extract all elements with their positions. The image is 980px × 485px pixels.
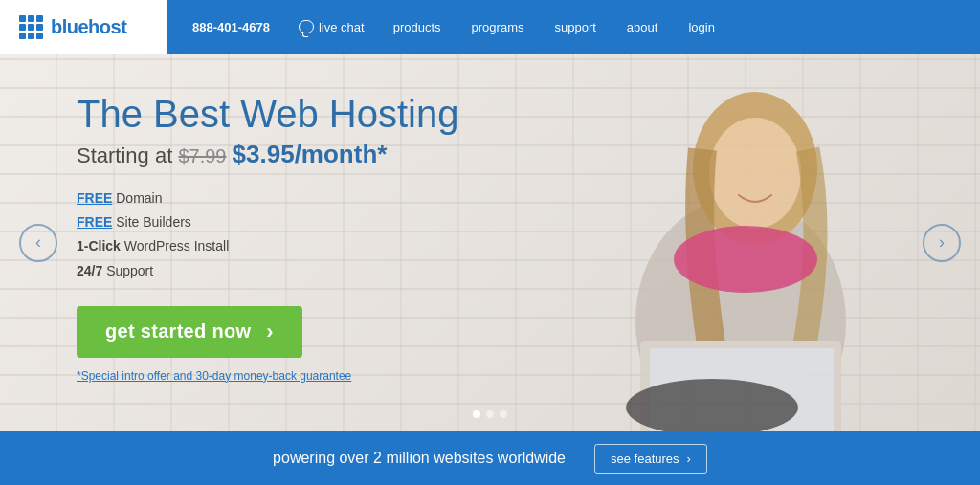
hero-image (473, 54, 942, 431)
see-features-label: see features (611, 452, 679, 466)
chat-bubble-icon (299, 20, 314, 33)
logo-grid-icon (19, 15, 43, 39)
cta-button[interactable]: get started now › (77, 306, 302, 358)
carousel-dot-2[interactable] (486, 410, 494, 418)
hero-content: The Best Web Hosting Starting at $7.99 $… (77, 92, 536, 383)
carousel-dots (473, 410, 507, 418)
footer-banner: powering over 2 million websites worldwi… (0, 431, 980, 485)
hero-subtitle: Starting at $7.99 $3.95/month* (77, 140, 536, 169)
carousel-next-button[interactable]: › (923, 224, 961, 262)
feature-247: 24/7 (77, 263, 102, 278)
price-old: $7.99 (178, 145, 226, 166)
price-new: $3.95/month* (233, 140, 388, 168)
footer-banner-text: powering over 2 million websites worldwi… (273, 450, 566, 467)
carousel-dot-3[interactable] (500, 410, 507, 418)
nav-livechat[interactable]: live chat (285, 20, 378, 34)
logo[interactable]: bluehost (0, 0, 167, 54)
navbar-nav: 888-401-4678 live chat products programs… (167, 0, 980, 54)
nav-phone[interactable]: 888-401-4678 (177, 20, 285, 34)
chevron-left-icon: ‹ (35, 232, 41, 253)
feature-domain: FREE Domain (77, 187, 536, 210)
feature-wordpress: 1-Click WordPress Install (77, 234, 536, 258)
nav-item-programs[interactable]: programs (457, 0, 540, 54)
cta-arrow-icon: › (266, 320, 274, 344)
hero-section: The Best Web Hosting Starting at $7.99 $… (0, 54, 980, 431)
live-chat-label: live chat (319, 20, 365, 34)
chevron-right-icon: › (939, 232, 945, 253)
feature-1click: 1-Click (77, 238, 121, 254)
nav-item-about[interactable]: about (612, 0, 674, 54)
cta-label: get started now (105, 320, 251, 342)
logo-text: bluehost (51, 16, 126, 38)
nav-item-products[interactable]: products (378, 0, 457, 54)
carousel-prev-button[interactable]: ‹ (19, 224, 57, 262)
feature-free-2: FREE (77, 214, 112, 230)
svg-point-2 (709, 118, 801, 229)
svg-point-3 (674, 226, 817, 293)
feature-sitebuilder: FREE Site Builders (77, 210, 536, 234)
see-features-button[interactable]: see features › (594, 444, 707, 474)
feature-support: 24/7 Support (77, 259, 536, 283)
see-features-arrow-icon: › (687, 452, 691, 466)
hero-disclaimer[interactable]: *Special intro offer and 30-day money-ba… (77, 369, 536, 383)
hero-title: The Best Web Hosting (77, 92, 536, 136)
carousel-dot-1[interactable] (473, 410, 480, 418)
feature-free-1: FREE (77, 190, 112, 206)
navbar: bluehost 888-401-4678 live chat products… (0, 0, 980, 54)
nav-item-login[interactable]: login (673, 0, 729, 54)
nav-item-support[interactable]: support (539, 0, 611, 54)
subtitle-prefix: Starting at (77, 143, 178, 167)
hero-features: FREE Domain FREE Site Builders 1-Click W… (77, 187, 536, 283)
